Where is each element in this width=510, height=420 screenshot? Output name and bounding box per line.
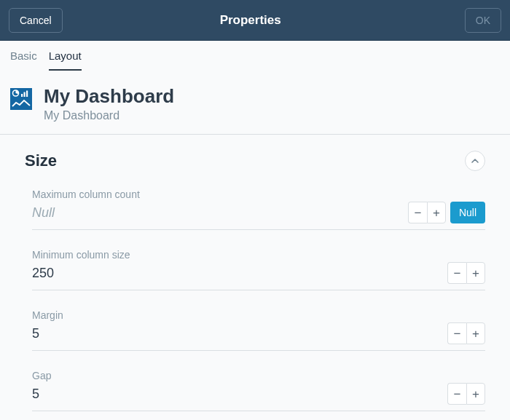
svg-rect-2 [21,94,23,97]
ok-button[interactable]: OK [465,8,501,33]
divider [32,350,485,351]
decrement-button[interactable]: − [447,383,466,405]
gap-input[interactable] [32,385,447,403]
tab-layout[interactable]: Layout [49,49,82,71]
dialog-title: Properties [36,13,465,28]
page-subtitle: My Dashboard [44,109,174,122]
prop-label: Maximum column count [32,189,485,200]
decrement-button[interactable]: − [408,202,427,223]
collapse-button[interactable] [465,151,485,171]
increment-button[interactable]: + [466,322,485,344]
quantity-stepper: − + [447,383,485,405]
section-size: Size Maximum column count − + Null Minim… [0,135,510,417]
divider [32,411,485,411]
tab-basic[interactable]: Basic [10,49,37,71]
min-column-size-input[interactable] [32,264,447,282]
prop-label: Minimum column size [32,249,485,261]
prop-label: Gap [32,370,485,381]
null-button[interactable]: Null [450,202,485,223]
quantity-stepper: − + [408,202,446,223]
decrement-button[interactable]: − [447,262,466,284]
increment-button[interactable]: + [466,262,485,284]
page-title: My Dashboard [44,85,174,108]
prop-max-column-count: Maximum column count − + Null [25,175,485,236]
prop-label: Margin [32,309,485,321]
prop-margin: Margin − + [25,296,485,357]
quantity-stepper: − + [447,262,485,284]
max-column-count-input[interactable] [32,204,408,222]
quantity-stepper: − + [447,322,485,344]
svg-rect-3 [24,92,26,98]
svg-rect-4 [26,91,28,98]
chevron-up-icon [471,156,479,165]
margin-input[interactable] [32,325,447,343]
dashboard-icon [10,88,32,110]
prop-gap: Gap − + [25,357,485,417]
dialog-header: Cancel Properties OK [0,0,510,41]
divider [32,290,485,290]
tabs: Basic Layout [0,41,510,71]
prop-min-column-size: Minimum column size − + [25,236,485,296]
object-header: My Dashboard My Dashboard [0,71,510,134]
section-title: Size [25,151,57,170]
increment-button[interactable]: + [466,383,485,405]
decrement-button[interactable]: − [447,322,466,344]
divider [32,229,485,230]
increment-button[interactable]: + [427,202,446,223]
